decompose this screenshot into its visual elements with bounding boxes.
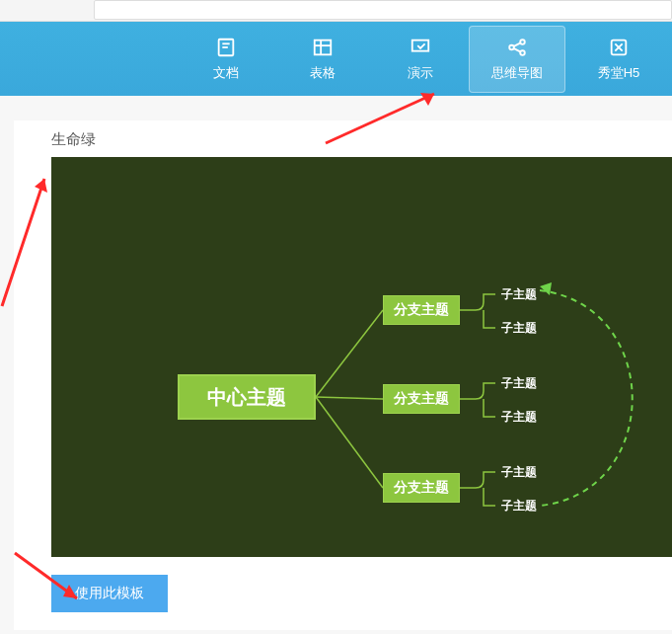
mindmap-preview[interactable]: 中心主题 分支主题 分支主题 分支主题 子主题 子主题 子主题 子主题 子主题 …: [51, 157, 672, 557]
nav-label: 演示: [408, 64, 433, 82]
template-card: 生命绿 中心主题 分支主题 分支主题 分支主题 子主题: [14, 120, 672, 630]
svg-line-13: [316, 310, 383, 397]
svg-line-14: [316, 397, 383, 399]
nav-bar: 文档 表格 演示 思维导图 秀堂H5: [0, 22, 672, 96]
nav-item-mindmap[interactable]: 思维导图: [469, 26, 565, 93]
mindmap-icon: [506, 37, 528, 58]
svg-rect-3: [315, 40, 332, 54]
nav-item-presentation[interactable]: 演示: [371, 26, 468, 93]
mindmap-branch-node: 分支主题: [383, 473, 460, 503]
nav-label: 思维导图: [491, 64, 543, 82]
presentation-icon: [410, 37, 431, 58]
svg-marker-16: [540, 282, 552, 295]
nav-item-document[interactable]: 文档: [178, 26, 274, 93]
mindmap-connectors: [51, 157, 672, 557]
mindmap-sub-node: 子主题: [501, 498, 537, 515]
mindmap-branch-node: 分支主题: [383, 384, 460, 414]
h5-icon: [608, 37, 630, 58]
mindmap-center-node: 中心主题: [178, 374, 316, 420]
nav-label: 表格: [310, 64, 336, 82]
nav-label: 文档: [213, 64, 239, 82]
use-template-button[interactable]: 使用此模板: [51, 575, 168, 612]
search-input[interactable]: [94, 0, 672, 20]
mindmap-branch-node: 分支主题: [383, 295, 460, 325]
mindmap-sub-node: 子主题: [501, 464, 537, 481]
mindmap-sub-node: 子主题: [501, 286, 537, 303]
content-area: 生命绿 中心主题 分支主题 分支主题 分支主题 子主题: [0, 96, 672, 634]
mindmap-sub-node: 子主题: [501, 375, 537, 392]
spreadsheet-icon: [312, 37, 334, 58]
nav-item-spreadsheet[interactable]: 表格: [274, 26, 371, 93]
mindmap-sub-node: 子主题: [501, 320, 537, 337]
svg-line-15: [316, 397, 383, 488]
svg-line-11: [513, 47, 520, 51]
template-title: 生命绿: [14, 130, 672, 157]
top-search-area: [0, 0, 672, 22]
nav-label: 秀堂H5: [598, 64, 640, 82]
nav-item-h5[interactable]: 秀堂H5: [565, 26, 672, 93]
mindmap-sub-node: 子主题: [501, 409, 537, 426]
svg-line-10: [513, 42, 520, 46]
document-icon: [215, 37, 237, 58]
